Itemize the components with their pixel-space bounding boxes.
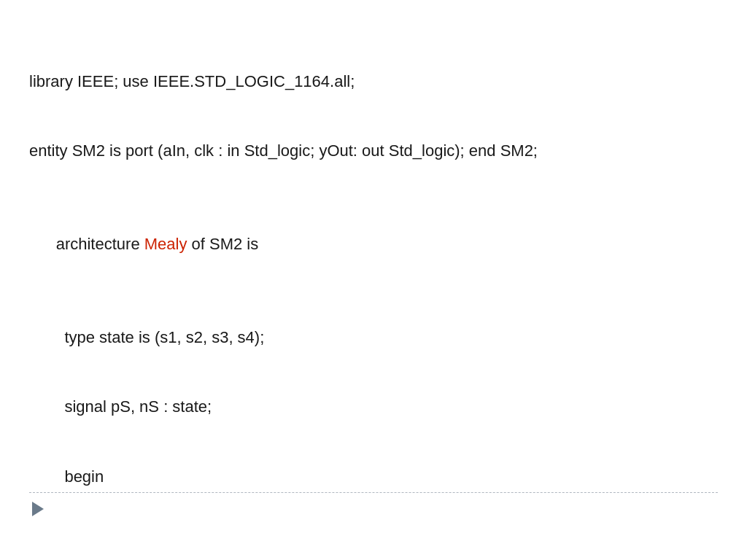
code-line-2: entity SM2 is port (aIn, clk : in Std_lo… bbox=[29, 139, 718, 163]
code-line-7: process(aIn, pS) begin -- Mealy: yOut & … bbox=[29, 535, 718, 560]
arch-keyword: architecture bbox=[56, 235, 144, 253]
code-line-6: begin bbox=[29, 465, 718, 489]
code-line-1: library IEEE; use IEEE.STD_LOGIC_1164.al… bbox=[29, 70, 718, 93]
play-arrow-icon[interactable] bbox=[32, 502, 44, 516]
arch-post: of SM2 is bbox=[187, 235, 258, 253]
code-block: library IEEE; use IEEE.STD_LOGIC_1164.al… bbox=[29, 23, 718, 560]
mealy-keyword: Mealy bbox=[144, 235, 187, 253]
code-line-3: architecture Mealy of SM2 is bbox=[29, 209, 718, 279]
slide-content: library IEEE; use IEEE.STD_LOGIC_1164.al… bbox=[0, 0, 747, 560]
section-divider bbox=[29, 492, 718, 493]
divider-area bbox=[0, 492, 747, 516]
code-line-4: type state is (s1, s2, s3, s4); bbox=[29, 326, 718, 349]
code-line-5: signal pS, nS : state; bbox=[29, 395, 718, 419]
